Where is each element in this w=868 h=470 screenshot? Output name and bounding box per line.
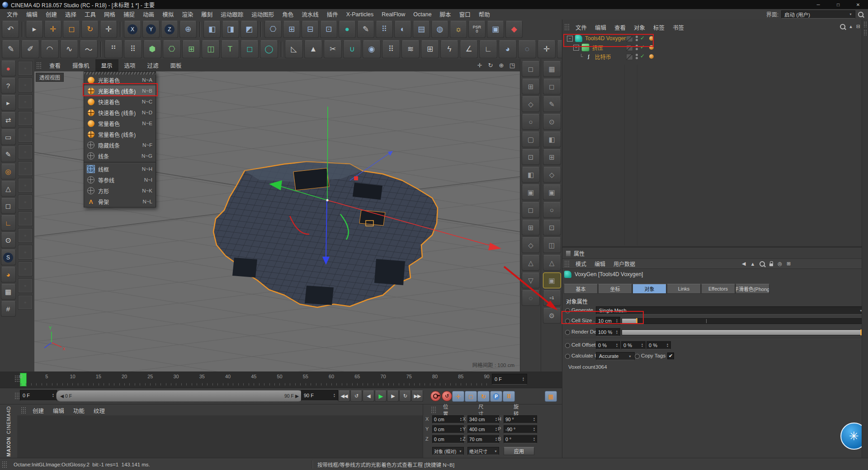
tab-对象[interactable]: 对象 (632, 284, 666, 294)
spinner-icon[interactable]: ▲▼ (640, 343, 643, 348)
help-icon[interactable]: ? (1, 78, 16, 94)
spinner-icon[interactable]: ▲▼ (614, 330, 618, 334)
spinner-icon[interactable]: ▲▼ (458, 427, 462, 432)
spinner-icon[interactable]: ▲▼ (614, 343, 618, 348)
rotate-view-icon[interactable]: ↻ (486, 61, 495, 70)
drag-grip[interactable] (21, 407, 26, 414)
goto-start-button[interactable]: ◀◀ (338, 390, 350, 402)
scroll-to-top-icon[interactable]: ▴ (849, 24, 852, 29)
pan-view-icon[interactable]: ✛ (476, 61, 484, 70)
coord-position-input[interactable]: 0 cm▲▼ (432, 435, 464, 443)
viewport-menu-过滤[interactable]: 过滤 (142, 59, 165, 71)
palette-dot-box-icon[interactable]: ⊡ (522, 149, 540, 165)
drag-grip[interactable] (14, 392, 20, 400)
menubar-item-文件[interactable]: 文件 (3, 10, 22, 19)
tab-Effectors[interactable]: Effectors (701, 284, 735, 294)
sphere-deform-icon[interactable]: ◉ (363, 40, 381, 58)
enabled-check-icon[interactable]: ✓ (640, 35, 645, 41)
particles-icon[interactable]: ⠿ (382, 40, 400, 58)
palette-plus-icon[interactable]: ⊞ (522, 220, 540, 235)
light-icon[interactable]: ☼ (450, 21, 467, 38)
play-reverse-button[interactable]: ↺ (350, 390, 362, 402)
palette-cube2-icon[interactable]: ◻ (522, 202, 540, 218)
display-menu-item-等参线[interactable]: 等参线N~I (84, 174, 156, 185)
octane-logo-icon[interactable]: ◆ (505, 21, 523, 38)
spinner-icon[interactable]: ▲▼ (458, 417, 462, 422)
new-panel-icon[interactable]: ⊞ (787, 261, 791, 267)
model-mode-icon[interactable]: ◻ (1, 198, 16, 214)
brush-icon[interactable]: ✎ (357, 21, 374, 38)
om-menu-编辑[interactable]: 编辑 (591, 23, 610, 32)
layout-palette-icon[interactable]: ▫ (19, 112, 32, 125)
enable-dots-icon[interactable] (636, 36, 638, 41)
snap-icon[interactable]: ϟ (440, 40, 458, 58)
palette-cube-icon[interactable]: ◻ (522, 61, 540, 77)
layout-palette-icon[interactable]: ▫ (19, 145, 32, 159)
snap-pen-icon[interactable]: ✎ (543, 96, 561, 112)
coordinate-mode-dropdown[interactable]: 对象 (相对)▼ (432, 447, 464, 455)
render-detail-input[interactable]: 100 % ▲▼ (596, 328, 620, 336)
tab-坐标[interactable]: 坐标 (598, 284, 632, 294)
spinner-icon[interactable]: ▲▼ (458, 437, 462, 442)
enabled-check-icon[interactable]: ✓ (640, 44, 645, 50)
spinner-icon[interactable]: ▲▼ (51, 393, 54, 398)
palette-ring-icon[interactable]: ◌ (522, 290, 540, 306)
menubar-item-创建[interactable]: 创建 (42, 10, 61, 19)
sky-icon[interactable]: ◍ (431, 21, 448, 38)
layout-palette-icon[interactable]: ▫ (19, 245, 32, 259)
layout-palette-icon[interactable]: ▫ (19, 296, 32, 309)
extrude-icon[interactable]: ▲ (304, 40, 322, 58)
spinner-icon[interactable]: ▲▼ (532, 437, 535, 442)
play-button[interactable]: ▶ (375, 390, 387, 402)
render-settings-icon[interactable]: ◩ (241, 21, 258, 38)
menubar-item-插件[interactable]: 插件 (323, 10, 342, 19)
om-menu-查看[interactable]: 查看 (610, 23, 630, 32)
om-menu-文件[interactable]: 文件 (571, 23, 591, 32)
close-button[interactable]: ✕ (848, 0, 868, 9)
layout-palette-icon[interactable]: ▫ (19, 78, 32, 92)
om-menu-对象[interactable]: 对象 (630, 23, 649, 32)
display-menu-item-常量着色[interactable]: 常量着色N~E (84, 118, 156, 129)
coord-rotation-input[interactable]: 90 °▲▼ (504, 415, 537, 423)
display-menu-item-骨架[interactable]: Λ骨架N~L (84, 196, 156, 207)
pla-key-toggle[interactable]: ⠿ (503, 391, 515, 402)
polygon-group-icon[interactable]: ◫ (202, 40, 220, 58)
frame-range-scrubber[interactable]: ◀ 0 F 90 F ▶ (56, 390, 303, 402)
material-menu-创建[interactable]: 创建 (28, 406, 48, 415)
object-row-比特币[interactable]: └ʃ比特币✓ (562, 52, 868, 61)
next-key-button[interactable]: ▶ (387, 390, 399, 402)
take-badge[interactable]: =1 (543, 290, 561, 306)
menubar-item-脚本[interactable]: 脚本 (436, 10, 455, 19)
palette-half-icon[interactable]: ◧ (522, 167, 540, 183)
end-frame-field[interactable]: 90 F ▲▼ (301, 390, 338, 401)
knife-icon[interactable]: ✂ (324, 40, 342, 58)
z-axis-lock-icon[interactable]: Z (161, 21, 178, 38)
search-icon[interactable] (858, 12, 863, 17)
material-menu-功能[interactable]: 功能 (69, 406, 89, 415)
start-frame-field[interactable]: 0 F ▲▼ (20, 390, 57, 401)
visibility-toggle-icon[interactable] (626, 45, 633, 51)
mouse-mode-icon[interactable]: ʘ (1, 232, 16, 248)
axis-modify-icon[interactable]: ✛ (538, 40, 556, 58)
lattice-icon[interactable]: # (1, 301, 16, 317)
viewport-menu-摄像机[interactable]: 摄像机 (66, 59, 95, 71)
paint-sphere-icon[interactable]: ◕ (499, 40, 517, 58)
menubar-item-RealFlow[interactable]: RealFlow (377, 11, 409, 18)
toggle-view-icon[interactable]: ◳ (508, 61, 516, 70)
menubar-item-工具[interactable]: 工具 (80, 10, 100, 19)
axis-mode-icon[interactable]: ∟ (1, 215, 16, 231)
sketch-icon[interactable]: ✐ (21, 40, 39, 58)
pen-icon[interactable]: ✎ (2, 40, 20, 58)
timeline-ruler[interactable]: 0 F ▲▼ 051015202530354045505560657075808… (0, 371, 562, 388)
search-icon[interactable] (840, 24, 845, 29)
copy-tags-radio[interactable] (635, 354, 640, 359)
layout-palette-icon[interactable]: ▫ (19, 61, 32, 75)
emitter-icon[interactable]: ⠿ (376, 21, 393, 38)
snap-window-icon[interactable]: ◫ (543, 237, 561, 253)
material-list-area[interactable] (17, 415, 423, 458)
menubar-item-渲染[interactable]: 渲染 (178, 10, 197, 19)
display-menu-item-快速着色 (线条)[interactable]: 快速着色 (线条)N~D (84, 107, 156, 118)
record-keyframe-button[interactable] (430, 391, 441, 401)
menubar-item-雕刻[interactable]: 雕刻 (197, 10, 217, 19)
display-menu-item-光影着色 (线条)[interactable]: 光影着色 (线条)N~B (84, 85, 156, 96)
